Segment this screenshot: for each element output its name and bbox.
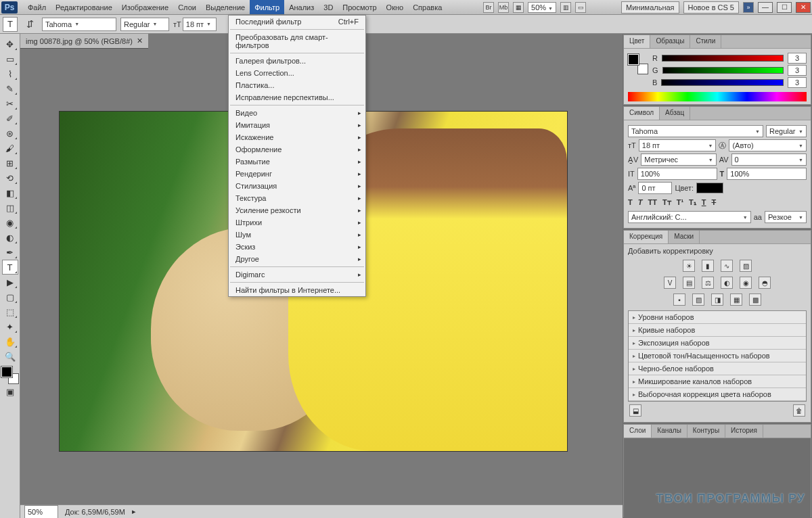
subscript[interactable]: T₁ bbox=[689, 198, 696, 207]
preset-selective[interactable]: Выборочная коррекция цвета наборов bbox=[629, 388, 806, 401]
filter-browse-online[interactable]: Найти фильтры в Интернете... bbox=[229, 284, 365, 296]
text-orientation-icon[interactable]: ⇵ bbox=[22, 17, 38, 32]
adj-brightness-icon[interactable]: ☀ bbox=[683, 260, 695, 272]
crop-tool[interactable]: ✂ bbox=[2, 96, 18, 111]
filter-render[interactable]: Рендеринг bbox=[229, 168, 365, 180]
filter-texture[interactable]: Текстура bbox=[229, 192, 365, 204]
tab-styles[interactable]: Стили bbox=[690, 35, 721, 48]
zoom-tool[interactable]: 🔍 bbox=[2, 349, 18, 364]
preset-exposure[interactable]: Экспозиция наборов bbox=[629, 337, 806, 350]
status-zoom[interactable]: 50% bbox=[24, 505, 58, 519]
menu-help[interactable]: Справка bbox=[408, 0, 447, 14]
current-tool-icon[interactable]: T bbox=[3, 17, 18, 32]
menu-select[interactable]: Выделение bbox=[201, 0, 250, 14]
r-slider[interactable] bbox=[662, 55, 784, 62]
minibridge-icon[interactable]: Mb bbox=[498, 2, 509, 13]
zoom-level-field[interactable]: 50% bbox=[528, 2, 556, 13]
filter-digimarc[interactable]: Digimarc bbox=[229, 268, 365, 281]
font-style-select[interactable]: Regular bbox=[120, 18, 169, 31]
expand-panels-icon[interactable]: » bbox=[743, 2, 754, 13]
g-value[interactable]: 3 bbox=[788, 65, 807, 76]
faux-bold[interactable]: T bbox=[628, 198, 633, 207]
status-arrow-icon[interactable]: ▸ bbox=[132, 507, 136, 516]
char-antialias[interactable]: Резкое bbox=[765, 211, 807, 223]
adj-photo-filter-icon[interactable]: ◉ bbox=[740, 277, 752, 289]
char-leading[interactable]: (Авто) bbox=[729, 139, 807, 151]
adj-mixer-icon[interactable]: ◓ bbox=[759, 277, 771, 289]
char-language[interactable]: Английский: С... bbox=[628, 211, 751, 223]
menu-analysis[interactable]: Анализ bbox=[284, 0, 319, 14]
char-baseline[interactable]: 0 пт bbox=[638, 182, 672, 194]
3d-tool[interactable]: ⬚ bbox=[2, 304, 18, 319]
filter-other[interactable]: Другое bbox=[229, 253, 365, 265]
color-spectrum[interactable] bbox=[628, 92, 807, 101]
adj-trash-icon[interactable]: 🗑 bbox=[793, 404, 805, 417]
adj-expand-icon[interactable]: ⬓ bbox=[629, 404, 641, 417]
adj-vibrance-icon[interactable]: V bbox=[664, 277, 676, 289]
history-brush-tool[interactable]: ⟲ bbox=[2, 170, 18, 185]
adj-invert-icon[interactable]: ▪ bbox=[673, 293, 685, 306]
quick-select-tool[interactable]: ✎ bbox=[2, 81, 18, 96]
faux-italic[interactable]: T bbox=[638, 198, 643, 207]
document-tab-close-icon[interactable]: ✕ bbox=[137, 37, 143, 45]
document-tab[interactable]: img 00878.jpg @ 50% (RGB/8#) ✕ bbox=[20, 34, 148, 49]
pen-tool[interactable]: ✒ bbox=[2, 245, 18, 260]
gradient-tool[interactable]: ◫ bbox=[2, 200, 18, 215]
lasso-tool[interactable]: ⌇ bbox=[2, 66, 18, 81]
type-tool[interactable]: T bbox=[2, 260, 18, 275]
hand-tool[interactable]: ✋ bbox=[2, 334, 18, 349]
menu-3d[interactable]: 3D bbox=[319, 0, 338, 14]
preset-hue[interactable]: Цветовой тон/Насыщенность наборов bbox=[629, 350, 806, 362]
strikethrough[interactable]: T bbox=[712, 198, 717, 207]
adj-gradient-icon[interactable]: ▦ bbox=[730, 293, 742, 306]
adj-threshold-icon[interactable]: ◨ bbox=[711, 293, 723, 306]
filter-video[interactable]: Видео bbox=[229, 107, 365, 119]
adj-hue-icon[interactable]: ▤ bbox=[683, 277, 695, 289]
tab-paths[interactable]: Контуры bbox=[687, 425, 725, 438]
quickmask-toggle[interactable]: ▣ bbox=[2, 384, 18, 399]
char-vscale[interactable]: 100% bbox=[637, 168, 717, 180]
menu-filter[interactable]: Фильтр bbox=[250, 0, 284, 14]
r-value[interactable]: 3 bbox=[788, 53, 807, 64]
char-color-swatch[interactable] bbox=[696, 183, 723, 193]
window-maximize-button[interactable]: ☐ bbox=[777, 2, 792, 13]
menu-layers[interactable]: Слои bbox=[173, 0, 201, 14]
filter-smart[interactable]: Преобразовать для смарт-фильтров bbox=[229, 31, 365, 51]
clone-tool[interactable]: ⊞ bbox=[2, 156, 18, 170]
panel-color-swatch[interactable] bbox=[628, 54, 648, 74]
superscript[interactable]: T¹ bbox=[677, 198, 683, 207]
char-kerning[interactable]: 0 bbox=[731, 154, 807, 166]
tab-adjustments[interactable]: Коррекция bbox=[624, 231, 669, 243]
window-minimize-button[interactable]: — bbox=[758, 2, 773, 13]
brush-tool[interactable]: 🖌 bbox=[2, 141, 18, 156]
filter-distort[interactable]: Искажение bbox=[229, 131, 365, 143]
filter-lens[interactable]: Lens Correction... bbox=[229, 67, 365, 79]
filter-vanishing[interactable]: Исправление перспективы... bbox=[229, 91, 365, 103]
marquee-tool[interactable]: ▭ bbox=[2, 51, 18, 66]
menu-window[interactable]: Окно bbox=[382, 0, 409, 14]
font-family-select[interactable]: Tahoma bbox=[42, 18, 116, 31]
filter-liquify[interactable]: Пластика... bbox=[229, 79, 365, 91]
arrange-docs-icon[interactable]: ▥ bbox=[560, 2, 571, 13]
path-select-tool[interactable]: ▶ bbox=[2, 275, 18, 289]
filter-sharpen[interactable]: Усиление резкости bbox=[229, 204, 365, 216]
adj-balance-icon[interactable]: ⚖ bbox=[702, 277, 714, 289]
adj-selective-icon[interactable]: ▩ bbox=[749, 293, 761, 306]
menu-edit[interactable]: Редактирование bbox=[51, 0, 117, 14]
underline[interactable]: T bbox=[702, 198, 706, 207]
preset-curves[interactable]: Кривые наборов bbox=[629, 324, 806, 337]
tab-swatches[interactable]: Образцы bbox=[650, 35, 690, 48]
font-size-select[interactable]: 18 пт bbox=[183, 18, 217, 31]
filter-pixelate[interactable]: Оформление bbox=[229, 143, 365, 156]
adj-posterize-icon[interactable]: ▨ bbox=[692, 293, 704, 306]
preset-bw[interactable]: Черно-белое наборов bbox=[629, 362, 806, 375]
filter-sketch[interactable]: Эскиз bbox=[229, 241, 365, 253]
3d-camera-tool[interactable]: ✦ bbox=[2, 319, 18, 334]
tab-history[interactable]: История bbox=[725, 425, 763, 438]
char-tracking[interactable]: Метричес bbox=[641, 154, 716, 166]
tab-color[interactable]: Цвет bbox=[624, 35, 650, 48]
char-size[interactable]: 18 пт bbox=[639, 139, 717, 151]
char-hscale[interactable]: 100% bbox=[727, 168, 807, 180]
filter-noise[interactable]: Шум bbox=[229, 229, 365, 241]
filter-blur[interactable]: Размытие bbox=[229, 156, 365, 168]
